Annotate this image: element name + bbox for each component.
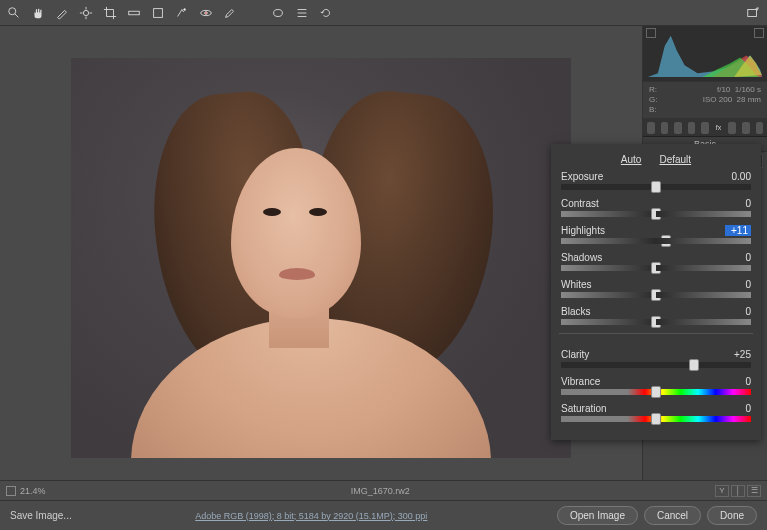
svg-point-11 — [205, 11, 208, 14]
zoom-level[interactable]: 21.4% — [20, 486, 46, 496]
presets-icon[interactable] — [294, 5, 310, 21]
color-sampler-icon[interactable] — [78, 5, 94, 21]
slider-thumb[interactable] — [651, 316, 661, 328]
slider-clarity: Clarity+25 — [561, 349, 751, 368]
cancel-button[interactable]: Cancel — [644, 506, 701, 525]
top-toolbar — [0, 0, 767, 26]
slider-thumb[interactable] — [689, 359, 699, 371]
svg-point-13 — [274, 9, 283, 16]
open-image-button[interactable]: Open Image — [557, 506, 638, 525]
r-channel: R: — [649, 85, 657, 95]
slider-value[interactable]: 0 — [725, 403, 751, 414]
slider-label: Highlights — [561, 225, 605, 236]
histogram[interactable] — [643, 26, 767, 82]
view-strip-icon[interactable]: ☰ — [747, 485, 761, 497]
status-bar: 21.4% IMG_1670.rw2 Y │ ☰ — [0, 480, 767, 500]
slider-value[interactable]: 0 — [725, 306, 751, 317]
slider-whites: Whites0 — [561, 279, 751, 298]
zoom-tool-icon[interactable] — [6, 5, 22, 21]
focal: 28 mm — [737, 95, 761, 104]
slider-exposure: Exposure0.00 — [561, 171, 751, 190]
file-info[interactable]: Adobe RGB (1998); 8 bit; 5184 by 2920 (1… — [72, 511, 551, 521]
panel-tabs: fx — [643, 119, 767, 137]
svg-rect-7 — [129, 11, 140, 15]
tab-cal-icon[interactable] — [742, 122, 750, 134]
slider-thumb[interactable] — [651, 289, 661, 301]
tab-split-icon[interactable] — [701, 122, 709, 134]
slider-label: Vibrance — [561, 376, 600, 387]
slider-track[interactable] — [561, 362, 751, 368]
slider-vibrance: Vibrance0 — [561, 376, 751, 395]
tab-presets-icon[interactable] — [756, 122, 764, 134]
tab-lens-icon[interactable] — [728, 122, 736, 134]
slider-label: Contrast — [561, 198, 599, 209]
slider-value[interactable]: +25 — [725, 349, 751, 360]
slider-blacks: Blacks0 — [561, 306, 751, 325]
slider-track[interactable] — [561, 211, 751, 217]
filename: IMG_1670.rw2 — [54, 486, 707, 496]
shadow-clip-icon[interactable] — [646, 28, 656, 38]
auto-link[interactable]: Auto — [621, 154, 642, 165]
highlight-clip-icon[interactable] — [754, 28, 764, 38]
view-split-icon[interactable]: │ — [731, 485, 745, 497]
radial-filter-icon[interactable] — [270, 5, 286, 21]
slider-value[interactable]: +11 — [725, 225, 751, 236]
tab-curve-icon[interactable] — [661, 122, 669, 134]
slider-value[interactable]: 0 — [725, 198, 751, 209]
svg-line-1 — [15, 13, 19, 17]
redeye-tool-icon[interactable] — [198, 5, 214, 21]
adjustment-brush-icon[interactable] — [222, 5, 238, 21]
slider-label: Blacks — [561, 306, 590, 317]
slider-track[interactable] — [561, 265, 751, 271]
svg-point-2 — [83, 10, 88, 15]
g-channel: G: — [649, 95, 657, 105]
main-area: R: G: B: f/10 1/160 s ISO 200 28 mm fx B… — [0, 26, 767, 480]
slider-track[interactable] — [561, 416, 751, 422]
slider-saturation: Saturation0 — [561, 403, 751, 422]
image-preview[interactable] — [71, 58, 571, 458]
slider-label: Shadows — [561, 252, 602, 263]
slider-thumb[interactable] — [661, 235, 671, 247]
slider-thumb[interactable] — [651, 208, 661, 220]
default-link[interactable]: Default — [659, 154, 691, 165]
slider-value[interactable]: 0 — [725, 279, 751, 290]
zoom-grid-icon[interactable] — [6, 486, 16, 496]
slider-track[interactable] — [561, 292, 751, 298]
svg-point-9 — [184, 8, 186, 10]
iso: ISO 200 — [703, 95, 732, 104]
slider-value[interactable]: 0 — [725, 376, 751, 387]
exif-readout: R: G: B: f/10 1/160 s ISO 200 28 mm — [643, 82, 767, 119]
slider-value[interactable]: 0 — [725, 252, 751, 263]
crop-tool-icon[interactable] — [102, 5, 118, 21]
svg-rect-17 — [748, 9, 757, 16]
shutter: 1/160 s — [735, 85, 761, 94]
rotate-icon[interactable] — [318, 5, 334, 21]
slider-highlights: Highlights+11 — [561, 225, 751, 244]
slider-thumb[interactable] — [651, 262, 661, 274]
hand-tool-icon[interactable] — [30, 5, 46, 21]
slider-track[interactable] — [561, 238, 751, 244]
slider-thumb[interactable] — [651, 413, 661, 425]
slider-value[interactable]: 0.00 — [725, 171, 751, 182]
transform-tool-icon[interactable] — [150, 5, 166, 21]
tab-fx-icon[interactable]: fx — [715, 122, 723, 134]
save-image-link[interactable]: Save Image... — [10, 510, 72, 521]
slider-track[interactable] — [561, 389, 751, 395]
graduated-filter-icon[interactable] — [246, 5, 262, 21]
tab-basic-icon[interactable] — [647, 122, 655, 134]
slider-thumb[interactable] — [651, 386, 661, 398]
straighten-tool-icon[interactable] — [126, 5, 142, 21]
fullscreen-icon[interactable] — [745, 5, 761, 21]
tab-hsl-icon[interactable] — [688, 122, 696, 134]
done-button[interactable]: Done — [707, 506, 757, 525]
view-y-icon[interactable]: Y — [715, 485, 729, 497]
canvas-area — [0, 26, 642, 480]
svg-point-0 — [9, 7, 16, 14]
white-balance-tool-icon[interactable] — [54, 5, 70, 21]
slider-thumb[interactable] — [651, 181, 661, 193]
slider-track[interactable] — [561, 319, 751, 325]
svg-rect-12 — [250, 8, 259, 17]
tab-detail-icon[interactable] — [674, 122, 682, 134]
spot-removal-icon[interactable] — [174, 5, 190, 21]
slider-track[interactable] — [561, 184, 751, 190]
